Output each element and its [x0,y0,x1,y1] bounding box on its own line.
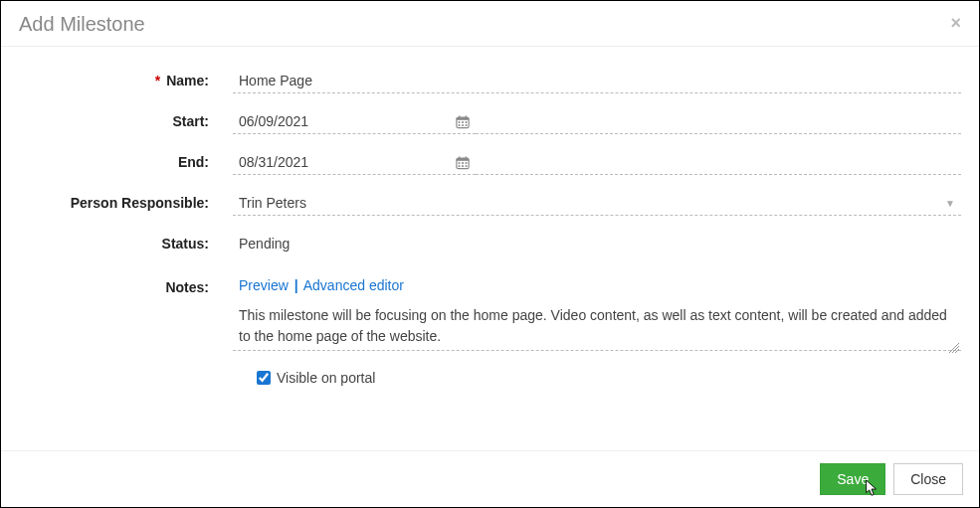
chevron-down-icon[interactable]: ▼ [945,198,961,209]
person-field: Trin Peters ▼ [233,191,961,216]
close-button[interactable]: Close [893,463,963,495]
svg-rect-2 [459,115,460,118]
svg-rect-1 [457,117,469,120]
svg-rect-5 [462,121,464,123]
svg-rect-9 [466,124,468,126]
save-button[interactable]: Save [820,463,885,495]
svg-rect-16 [466,162,468,164]
person-label: Person Responsible: [19,191,233,211]
field-person-row: Person Responsible: Trin Peters ▼ [19,191,961,216]
calendar-icon[interactable] [456,156,470,170]
end-field [233,150,961,175]
svg-rect-17 [459,165,461,167]
person-value: Trin Peters [233,191,945,215]
visible-checkbox[interactable] [257,371,271,385]
name-label-text: Name: [166,73,209,88]
dotted-filler [476,110,961,134]
advanced-editor-link[interactable]: Advanced editor [303,277,404,293]
svg-rect-7 [459,124,461,126]
svg-rect-19 [466,165,468,167]
modal-header: Add Milestone × [1,1,979,47]
svg-rect-11 [457,158,469,161]
svg-rect-18 [462,165,464,167]
status-label: Status: [19,232,233,252]
svg-rect-15 [462,162,464,164]
field-name-row: * Name: [19,69,961,93]
visible-row: Visible on portal [257,370,961,386]
field-end-row: End: [19,150,961,175]
name-field [233,69,961,93]
end-input[interactable] [233,150,476,175]
name-label: * Name: [19,69,233,88]
resize-handle-icon[interactable] [949,340,959,350]
field-notes-row: Notes: Preview | Advanced editor [19,275,961,354]
start-field [233,109,961,134]
person-select[interactable]: Trin Peters ▼ [233,191,961,216]
notes-links: Preview | Advanced editor [233,275,961,295]
link-separator: | [294,277,298,293]
field-start-row: Start: [19,109,961,134]
svg-rect-6 [466,121,468,123]
start-label: Start: [19,109,233,129]
end-label: End: [19,150,233,170]
svg-rect-3 [466,115,467,118]
status-value: Pending [233,232,961,255]
field-status-row: Status: Pending [19,232,961,255]
modal-footer: Save Close [1,450,979,507]
start-input[interactable] [233,109,476,134]
modal-title: Add Milestone [19,13,145,35]
preview-link[interactable]: Preview [239,277,289,293]
status-field: Pending [233,232,961,255]
dotted-filler [476,151,961,175]
modal-body: * Name: Start: End: Person Responsible: [1,47,979,396]
visible-label: Visible on portal [277,370,375,386]
svg-rect-4 [459,121,461,123]
name-input[interactable] [233,69,961,93]
required-asterisk: * [155,73,160,88]
close-icon[interactable]: × [950,13,961,34]
notes-field: Preview | Advanced editor [233,275,961,354]
svg-rect-13 [466,156,467,159]
calendar-icon[interactable] [456,115,470,129]
notes-textarea[interactable] [233,301,961,351]
svg-rect-8 [462,124,464,126]
notes-label: Notes: [19,275,233,295]
svg-rect-14 [459,162,461,164]
svg-rect-12 [459,156,460,159]
